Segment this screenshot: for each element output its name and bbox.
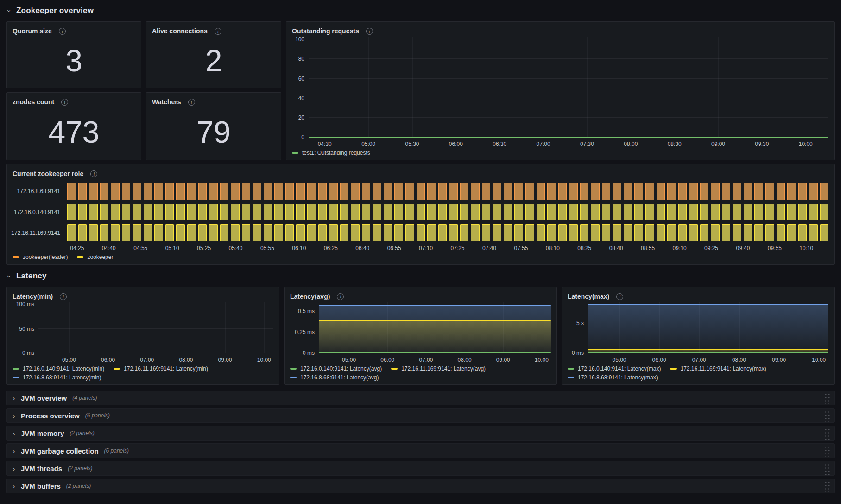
legend-item[interactable]: 172.16.11.169:9141: Latency(min) xyxy=(114,365,208,372)
state-cell[interactable] xyxy=(198,183,207,200)
state-cell[interactable] xyxy=(569,204,578,221)
state-cell[interactable] xyxy=(667,183,676,200)
state-cell[interactable] xyxy=(754,183,763,200)
state-cell[interactable] xyxy=(285,224,294,241)
state-cell[interactable] xyxy=(514,224,523,241)
state-cell[interactable] xyxy=(744,183,752,200)
state-cell[interactable] xyxy=(154,224,163,241)
state-cell[interactable] xyxy=(427,204,436,221)
state-cell[interactable] xyxy=(111,183,120,200)
state-cell[interactable] xyxy=(144,183,152,200)
state-cell[interactable] xyxy=(798,183,807,200)
state-cell[interactable] xyxy=(417,224,425,241)
state-cell[interactable] xyxy=(78,204,87,221)
state-cell[interactable] xyxy=(362,204,371,221)
legend-item[interactable]: 172.16.8.68:9141: Latency(max) xyxy=(568,374,658,381)
state-cell[interactable] xyxy=(798,204,807,221)
state-cell[interactable] xyxy=(242,183,251,200)
state-cell[interactable] xyxy=(438,224,447,241)
state-cell[interactable] xyxy=(722,224,731,241)
state-cell[interactable] xyxy=(537,204,545,221)
state-cell[interactable] xyxy=(460,204,469,221)
state-cell[interactable] xyxy=(787,204,796,221)
state-cell[interactable] xyxy=(340,183,349,200)
state-cell[interactable] xyxy=(504,183,512,200)
state-cell[interactable] xyxy=(329,224,338,241)
state-cell[interactable] xyxy=(765,183,774,200)
state-cell[interactable] xyxy=(351,204,360,221)
state-cell[interactable] xyxy=(624,224,632,241)
state-cell[interactable] xyxy=(678,224,687,241)
state-cell[interactable] xyxy=(733,204,741,221)
drag-handle-icon[interactable] xyxy=(823,480,830,492)
state-cell[interactable] xyxy=(471,183,480,200)
state-cell[interactable] xyxy=(591,183,600,200)
state-cell[interactable] xyxy=(657,204,665,221)
state-cell[interactable] xyxy=(493,183,501,200)
state-cell[interactable] xyxy=(111,224,120,241)
panel-header[interactable]: Latency(min) i xyxy=(13,291,273,302)
state-cell[interactable] xyxy=(547,224,556,241)
state-cell[interactable] xyxy=(384,204,392,221)
state-cell[interactable] xyxy=(482,183,491,200)
state-cell[interactable] xyxy=(307,204,316,221)
state-cell[interactable] xyxy=(777,224,785,241)
state-cell[interactable] xyxy=(318,183,327,200)
state-cell[interactable] xyxy=(274,224,283,241)
state-cell[interactable] xyxy=(296,183,305,200)
state-cell[interactable] xyxy=(405,224,414,241)
state-cell[interactable] xyxy=(602,183,611,200)
state-cell[interactable] xyxy=(253,204,261,221)
state-cell[interactable] xyxy=(231,183,240,200)
state-cell[interactable] xyxy=(471,204,480,221)
state-cell[interactable] xyxy=(187,183,196,200)
state-cell[interactable] xyxy=(417,183,425,200)
legend-item[interactable]: 172.16.11.169:9141: Latency(max) xyxy=(670,365,766,372)
state-cell[interactable] xyxy=(198,204,207,221)
state-cell[interactable] xyxy=(514,183,523,200)
state-cell[interactable] xyxy=(176,204,185,221)
state-cell[interactable] xyxy=(765,204,774,221)
state-cell[interactable] xyxy=(231,224,240,241)
info-icon[interactable]: i xyxy=(60,293,67,300)
state-cell[interactable] xyxy=(405,204,414,221)
state-cell[interactable] xyxy=(67,224,76,241)
state-cell[interactable] xyxy=(809,224,818,241)
state-cell[interactable] xyxy=(809,183,818,200)
info-icon[interactable]: i xyxy=(215,28,221,35)
state-cell[interactable] xyxy=(165,224,174,241)
state-cell[interactable] xyxy=(809,204,818,221)
state-cell[interactable] xyxy=(744,224,752,241)
state-cell[interactable] xyxy=(144,224,152,241)
state-cell[interactable] xyxy=(165,204,174,221)
state-cell[interactable] xyxy=(634,224,643,241)
state-cell[interactable] xyxy=(154,204,163,221)
plot-area[interactable] xyxy=(38,302,273,353)
state-cell[interactable] xyxy=(373,183,381,200)
state-cell[interactable] xyxy=(645,183,654,200)
state-cell[interactable] xyxy=(820,204,829,221)
info-icon[interactable]: i xyxy=(90,170,97,177)
legend-item[interactable]: 172.16.11.169:9141: Latency(avg) xyxy=(391,365,486,372)
state-cell[interactable] xyxy=(558,183,567,200)
state-cell[interactable] xyxy=(351,183,360,200)
row-jvm-memory[interactable]: › JVM memory (2 panels) xyxy=(6,426,835,441)
state-cell[interactable] xyxy=(700,224,709,241)
state-cell[interactable] xyxy=(340,204,349,221)
state-cell[interactable] xyxy=(100,224,109,241)
state-cell[interactable] xyxy=(678,183,687,200)
state-cell[interactable] xyxy=(689,224,698,241)
state-cell[interactable] xyxy=(787,224,796,241)
state-cell[interactable] xyxy=(253,224,261,241)
state-cell[interactable] xyxy=(264,183,272,200)
section-header-latency[interactable]: › Latency xyxy=(6,269,835,283)
state-cell[interactable] xyxy=(449,183,458,200)
state-cell[interactable] xyxy=(220,204,229,221)
state-cell[interactable] xyxy=(657,224,665,241)
state-cell[interactable] xyxy=(220,224,229,241)
state-cell[interactable] xyxy=(427,183,436,200)
info-icon[interactable]: i xyxy=(337,293,344,300)
state-cell[interactable] xyxy=(613,204,621,221)
state-cell[interactable] xyxy=(765,224,774,241)
drag-handle-icon[interactable] xyxy=(823,427,830,440)
